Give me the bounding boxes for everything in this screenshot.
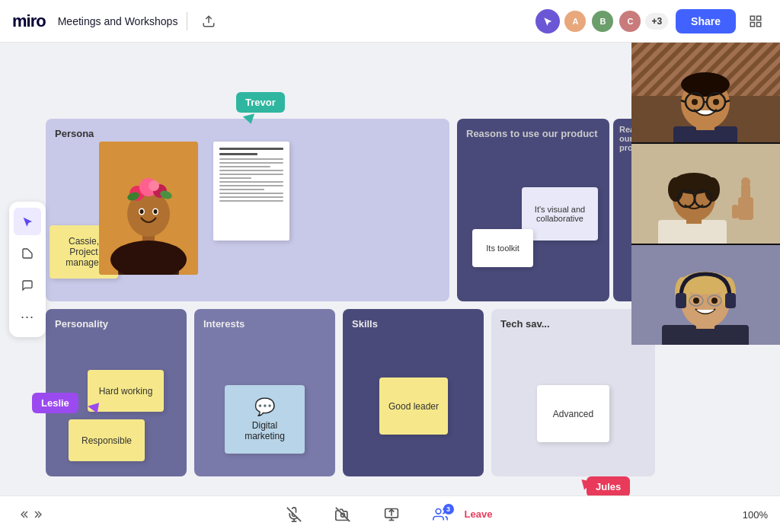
bottombar: 3 Leave 100% <box>0 495 780 532</box>
svg-point-36 <box>713 99 719 105</box>
video-panel <box>631 43 780 345</box>
svg-rect-50 <box>732 205 738 218</box>
digital-marketing-sticky[interactable]: 💬 Digital marketing <box>225 385 305 454</box>
trevor-cursor-label: Trevor <box>236 92 285 113</box>
share-button[interactable]: Share <box>676 9 736 33</box>
persona-board: Persona Cassie, Project manager <box>46 119 449 301</box>
select-tool-button[interactable] <box>14 208 41 235</box>
upload-button[interactable] <box>197 9 221 33</box>
svg-point-44 <box>668 177 683 202</box>
mic-button[interactable] <box>279 502 309 527</box>
leslie-cursor-arrow <box>87 401 99 413</box>
svg-point-12 <box>149 180 159 191</box>
comment-tool-button[interactable] <box>14 272 41 299</box>
personality-board-label: Personality <box>55 318 177 330</box>
persona-image <box>99 142 198 275</box>
svg-point-77 <box>436 508 441 514</box>
visual-collaborative-sticky[interactable]: It's visual and collaborative <box>522 187 598 241</box>
video-tile-1 <box>631 43 780 142</box>
interests-board-label: Interests <box>203 318 326 330</box>
svg-point-52 <box>741 177 750 186</box>
screenshare-button[interactable] <box>376 502 407 527</box>
advanced-sticky[interactable]: Advanced <box>537 385 609 442</box>
video-tile-2 <box>631 144 780 244</box>
svg-point-18 <box>154 209 158 214</box>
avatar-overflow-badge: +3 <box>645 13 668 30</box>
interests-board: Interests 💬 Digital marketing <box>194 309 335 476</box>
miro-logo: miro <box>12 11 46 31</box>
svg-point-63 <box>711 298 718 304</box>
cursor-avatar <box>535 9 560 33</box>
note-tool-button[interactable] <box>14 240 41 267</box>
svg-rect-3 <box>750 22 754 26</box>
leave-button[interactable]: Leave <box>456 504 502 524</box>
expand-button[interactable] <box>12 504 50 525</box>
topbar: miro Meetings and Workshops A B C +3 Sha… <box>0 0 780 43</box>
camera-button[interactable] <box>328 502 358 527</box>
more-tools-button[interactable]: ··· <box>14 304 41 331</box>
svg-rect-66 <box>676 293 686 308</box>
leslie-cursor-label: Leslie <box>32 393 78 413</box>
persona-document <box>213 142 289 241</box>
svg-rect-49 <box>738 197 753 220</box>
skills-board: Skills Good leader <box>343 309 484 476</box>
svg-point-17 <box>140 209 144 214</box>
svg-rect-2 <box>757 16 761 20</box>
board-menu-button[interactable] <box>743 9 768 33</box>
svg-rect-4 <box>757 22 761 26</box>
topbar-right: A B C +3 Share <box>535 9 768 33</box>
bottombar-left <box>12 504 50 525</box>
reasons-board-label: Reasons to use our product <box>466 128 600 139</box>
avatar-group: A B C +3 <box>535 9 668 33</box>
svg-rect-1 <box>750 16 754 20</box>
left-toolbar: ··· <box>9 202 46 337</box>
tech-board: Tech sav... Advanced <box>491 309 655 476</box>
hard-working-sticky[interactable]: Hard working <box>88 370 164 412</box>
svg-point-29 <box>681 72 730 97</box>
tech-board-label: Tech sav... <box>500 318 646 330</box>
svg-point-62 <box>693 298 699 304</box>
zoom-level: 100% <box>743 508 768 521</box>
skills-board-label: Skills <box>352 318 475 330</box>
page-title: Meetings and Workshops <box>58 15 178 27</box>
good-leader-sticky[interactable]: Good leader <box>379 377 448 435</box>
persona-board-label: Persona <box>55 128 440 139</box>
responsible-sticky[interactable]: Responsible <box>69 419 145 461</box>
video-tile-3 <box>631 245 780 345</box>
avatar-1: A <box>563 9 587 33</box>
svg-point-35 <box>692 99 698 105</box>
people-leave-group: 3 Leave <box>425 502 502 527</box>
topbar-divider <box>187 12 187 30</box>
avatar-3: C <box>618 9 642 33</box>
avatar-2: B <box>590 9 615 33</box>
toolkit-sticky[interactable]: Its toolkit <box>472 229 533 267</box>
people-button[interactable]: 3 <box>425 502 456 527</box>
reasons-board: Reasons to use our product It's visual a… <box>457 119 609 301</box>
svg-rect-67 <box>725 293 736 308</box>
